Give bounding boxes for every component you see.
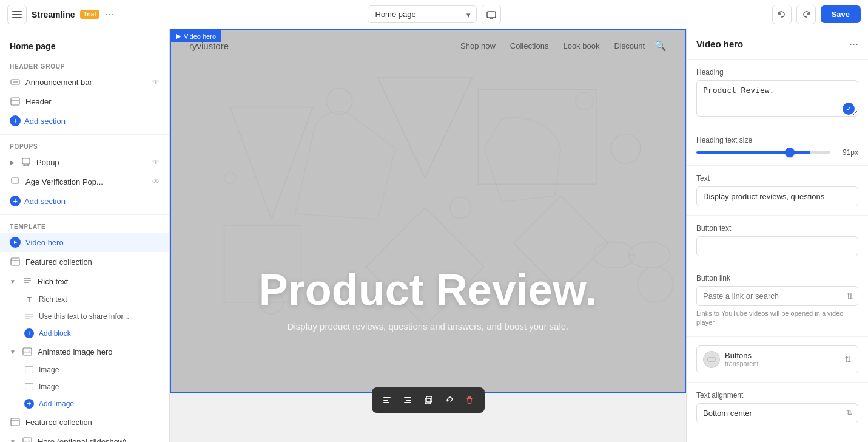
svg-rect-22	[25, 367, 33, 373]
video-hero-preview[interactable]: ▶ Video hero ryviustore Shop now Collect…	[170, 29, 686, 393]
svg-rect-47	[383, 402, 389, 403]
sidebar-item-header[interactable]: Header	[0, 92, 169, 111]
sidebar-item-rich-text[interactable]: ▼ Rich text	[0, 271, 169, 291]
sub-add-block[interactable]: + Add block	[0, 325, 169, 342]
popup-label: Popup	[36, 158, 59, 167]
svg-rect-8	[22, 158, 30, 164]
hero-bg-overlay	[171, 30, 685, 392]
header-group-label: HEADER GROUP	[0, 58, 169, 72]
header-icon	[10, 96, 21, 107]
panel-section-button-text: Button text	[687, 216, 868, 265]
alignment-select[interactable]: Top left Top center Top right Center lef…	[696, 403, 858, 423]
nav-look-book: Look book	[563, 41, 599, 50]
panel-section-video-link: Video link Supports YouTube, .MP4 and Vi…	[687, 432, 868, 442]
popup-eye-icon[interactable]: 👁	[152, 158, 160, 166]
nav-shop-now: Shop now	[460, 41, 496, 50]
sub-image-1[interactable]: Image	[0, 361, 169, 378]
panel-section-text: Text	[687, 166, 868, 216]
sidebar-item-video-hero[interactable]: Video hero	[0, 233, 169, 252]
sidebar-item-popup[interactable]: ▶ Popup 👁	[0, 152, 169, 172]
svg-rect-6	[11, 98, 19, 105]
animated-image-hero-label: Animated image hero	[38, 347, 113, 356]
button-link-input[interactable]	[696, 286, 858, 306]
featured-collection-2-icon	[10, 416, 21, 427]
sidebar-item-announcement-bar[interactable]: Announcement bar 👁	[0, 72, 169, 92]
sidebar-item-hero-optional[interactable]: ▼ Hero (optional slideshow)	[0, 432, 169, 442]
svg-rect-1	[12, 14, 22, 15]
toolbar-align-btn[interactable]	[378, 391, 396, 409]
toolbar-link-btn[interactable]	[440, 391, 458, 409]
eye-icon[interactable]: 👁	[152, 78, 160, 86]
video-hero-icon	[10, 237, 21, 248]
menu-button[interactable]	[7, 5, 27, 24]
hero-subtitle: Display product reviews, questions and a…	[171, 321, 685, 332]
app-name: Streamline	[32, 10, 75, 19]
svg-rect-2	[12, 17, 22, 18]
expand-arrow-animated: ▼	[10, 348, 16, 355]
sidebar-item-featured-collection[interactable]: Featured collection	[0, 252, 169, 271]
age-verification-label: Age Verification Pop...	[25, 177, 103, 186]
divider-2	[0, 214, 169, 215]
page-selector[interactable]: Home page	[368, 5, 477, 23]
heading-textarea[interactable]: Product Review.	[696, 80, 858, 117]
sub-rich-text-use[interactable]: Use this text to share infor...	[0, 308, 169, 325]
video-label-text: Video hero	[184, 33, 216, 40]
text-input[interactable]	[696, 186, 858, 206]
plus-icon: +	[10, 115, 21, 126]
button-text-label: Button text	[696, 224, 858, 233]
topbar-more-button[interactable]: ···	[104, 8, 113, 21]
panel-more-button[interactable]: ···	[849, 38, 858, 50]
hero-optional-label: Hero (optional slideshow)	[38, 437, 127, 443]
sidebar-item-featured-collection-2[interactable]: Featured collection	[0, 412, 169, 432]
topbar: Streamline Trial ··· Home page Save	[0, 0, 868, 29]
redo-button[interactable]	[796, 5, 816, 24]
hero-optional-icon	[22, 436, 33, 442]
svg-rect-45	[383, 397, 391, 398]
button-link-hint: Links to YouTube videos will be opened i…	[696, 309, 858, 328]
button-link-layers-icon[interactable]: ⇅	[846, 291, 853, 301]
add-block-label: Add block	[39, 329, 71, 338]
video-hero-label: Video hero	[25, 238, 64, 247]
svg-rect-23	[25, 384, 33, 390]
popups-add-section-label: Add section	[24, 197, 66, 206]
sub-rich-text-item[interactable]: T Rich text	[0, 291, 169, 308]
sidebar-item-age-verification[interactable]: Age Verification Pop... 👁	[0, 172, 169, 191]
preview-nav-links: Shop now Collections Look book Discount	[460, 41, 645, 50]
divider-1	[0, 134, 169, 135]
heading-size-label: Heading text size	[696, 136, 858, 144]
preview-brand: ryviustore	[189, 41, 460, 51]
button-text-input[interactable]	[696, 236, 858, 256]
popup-icon	[21, 157, 32, 168]
sidebar-item-animated-image-hero[interactable]: ▼ Animated image hero	[0, 342, 169, 361]
header-group-add-section[interactable]: + Add section	[0, 111, 169, 131]
sub-add-image[interactable]: + Add Image	[0, 395, 169, 412]
toolbar-delete-btn[interactable]	[460, 391, 479, 409]
heading-size-slider[interactable]	[696, 151, 830, 154]
age-eye-icon[interactable]: 👁	[152, 177, 160, 186]
expand-arrow-hero: ▼	[10, 438, 16, 443]
buttons-row[interactable]: Buttons transparent ⇅	[696, 345, 858, 373]
template-group-label: TEMPLATE	[0, 219, 169, 233]
heading-size-value: 91px	[836, 148, 858, 157]
buttons-layers-icon[interactable]: ⇅	[844, 355, 852, 364]
button-info: Buttons transparent	[725, 351, 759, 367]
heading-label: Heading	[696, 68, 858, 76]
toolbar-duplicate-btn[interactable]	[419, 391, 437, 409]
popups-add-section[interactable]: + Add section	[0, 191, 169, 211]
panel-title: Video hero	[696, 39, 743, 49]
sub-image-2[interactable]: Image	[0, 378, 169, 395]
video-hero-label-tag: ▶ Video hero	[171, 30, 221, 42]
panel-header: Video hero ···	[687, 29, 868, 59]
preview-button[interactable]	[482, 5, 501, 24]
text-alignment-label: Text alignment	[696, 391, 858, 399]
save-button[interactable]: Save	[821, 5, 861, 23]
toolbar-indent-btn[interactable]	[399, 391, 417, 409]
nav-search-icon[interactable]: 🔍	[654, 40, 667, 52]
rich-text-use-label: Use this text to share infor...	[39, 312, 129, 321]
heading-check-icon: ✓	[843, 103, 855, 115]
age-verification-icon	[10, 176, 21, 187]
undo-button[interactable]	[772, 5, 792, 24]
preview-nav: ryviustore Shop now Collections Look boo…	[171, 30, 685, 61]
svg-rect-12	[12, 178, 19, 183]
rich-text-T-icon: T	[24, 294, 34, 304]
